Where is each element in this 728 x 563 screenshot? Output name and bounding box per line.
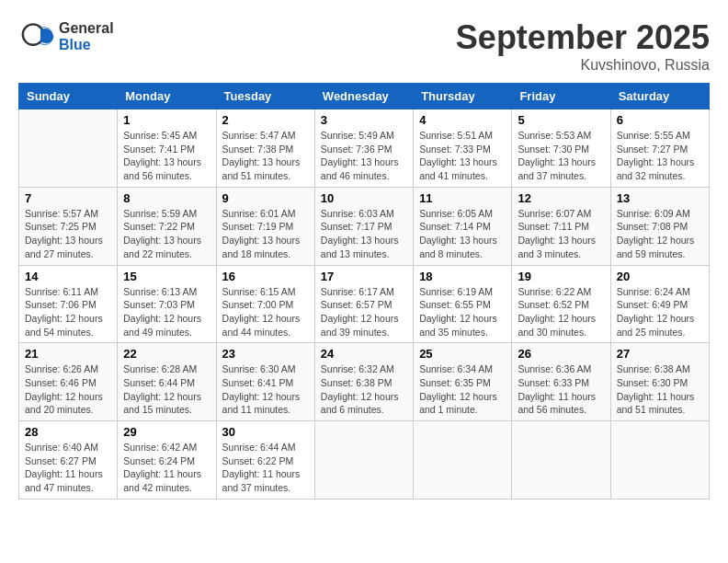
day-info: Sunrise: 5:57 AM Sunset: 7:25 PM Dayligh… bbox=[25, 207, 111, 261]
day-number: 15 bbox=[123, 270, 210, 283]
day-info: Sunrise: 6:24 AM Sunset: 6:49 PM Dayligh… bbox=[617, 285, 703, 339]
day-number: 22 bbox=[123, 347, 210, 361]
table-row: 2Sunrise: 5:47 AM Sunset: 7:38 PM Daylig… bbox=[216, 109, 314, 188]
table-row: 6Sunrise: 5:55 AM Sunset: 7:27 PM Daylig… bbox=[610, 109, 709, 188]
table-row bbox=[19, 109, 118, 188]
table-row: 28Sunrise: 6:40 AM Sunset: 6:27 PM Dayli… bbox=[19, 421, 118, 500]
calendar-week-row: 21Sunrise: 6:26 AM Sunset: 6:46 PM Dayli… bbox=[19, 343, 710, 421]
day-number: 4 bbox=[419, 113, 506, 127]
day-number: 27 bbox=[617, 347, 703, 361]
day-number: 12 bbox=[518, 191, 604, 205]
page-header: General Blue September 2025 Kuvshinovo, … bbox=[18, 18, 710, 74]
day-info: Sunrise: 5:45 AM Sunset: 7:41 PM Dayligh… bbox=[123, 129, 210, 183]
day-number: 29 bbox=[123, 425, 210, 439]
table-row: 15Sunrise: 6:13 AM Sunset: 7:03 PM Dayli… bbox=[118, 265, 216, 343]
day-info: Sunrise: 6:07 AM Sunset: 7:11 PM Dayligh… bbox=[518, 207, 604, 261]
table-row: 14Sunrise: 6:11 AM Sunset: 7:06 PM Dayli… bbox=[19, 265, 118, 343]
day-number: 5 bbox=[518, 113, 604, 127]
table-row: 3Sunrise: 5:49 AM Sunset: 7:36 PM Daylig… bbox=[314, 109, 413, 188]
day-info: Sunrise: 6:22 AM Sunset: 6:52 PM Dayligh… bbox=[518, 285, 604, 339]
day-number: 30 bbox=[222, 425, 309, 439]
day-info: Sunrise: 6:03 AM Sunset: 7:17 PM Dayligh… bbox=[321, 207, 407, 261]
table-row: 30Sunrise: 6:44 AM Sunset: 6:22 PM Dayli… bbox=[216, 421, 314, 500]
day-info: Sunrise: 6:34 AM Sunset: 6:35 PM Dayligh… bbox=[419, 362, 506, 417]
day-info: Sunrise: 6:28 AM Sunset: 6:44 PM Dayligh… bbox=[123, 362, 210, 417]
table-row bbox=[314, 421, 413, 500]
logo: General Blue bbox=[18, 18, 114, 55]
day-number: 28 bbox=[25, 425, 111, 439]
day-number: 26 bbox=[518, 347, 604, 361]
table-row bbox=[414, 421, 512, 500]
day-info: Sunrise: 6:05 AM Sunset: 7:14 PM Dayligh… bbox=[419, 207, 506, 261]
table-row: 10Sunrise: 6:03 AM Sunset: 7:17 PM Dayli… bbox=[314, 187, 413, 265]
day-number: 16 bbox=[222, 270, 309, 283]
day-info: Sunrise: 5:55 AM Sunset: 7:27 PM Dayligh… bbox=[617, 129, 703, 183]
day-number: 9 bbox=[222, 191, 309, 205]
day-number: 6 bbox=[617, 113, 703, 127]
day-info: Sunrise: 5:49 AM Sunset: 7:36 PM Dayligh… bbox=[321, 129, 407, 183]
table-row: 1Sunrise: 5:45 AM Sunset: 7:41 PM Daylig… bbox=[118, 109, 216, 188]
table-row: 19Sunrise: 6:22 AM Sunset: 6:52 PM Dayli… bbox=[512, 265, 610, 343]
table-row: 18Sunrise: 6:19 AM Sunset: 6:55 PM Dayli… bbox=[414, 265, 512, 343]
table-row: 7Sunrise: 5:57 AM Sunset: 7:25 PM Daylig… bbox=[19, 187, 118, 265]
table-row: 24Sunrise: 6:32 AM Sunset: 6:38 PM Dayli… bbox=[314, 343, 413, 421]
calendar-week-row: 1Sunrise: 5:45 AM Sunset: 7:41 PM Daylig… bbox=[19, 109, 710, 188]
day-number: 21 bbox=[25, 347, 111, 361]
table-row: 12Sunrise: 6:07 AM Sunset: 7:11 PM Dayli… bbox=[512, 187, 610, 265]
day-number: 14 bbox=[25, 270, 111, 283]
day-info: Sunrise: 6:42 AM Sunset: 6:24 PM Dayligh… bbox=[123, 441, 210, 495]
table-row: 21Sunrise: 6:26 AM Sunset: 6:46 PM Dayli… bbox=[19, 343, 118, 421]
table-row: 25Sunrise: 6:34 AM Sunset: 6:35 PM Dayli… bbox=[414, 343, 512, 421]
day-info: Sunrise: 5:59 AM Sunset: 7:22 PM Dayligh… bbox=[123, 207, 210, 261]
header-thursday: Thursday bbox=[414, 84, 512, 109]
table-row: 8Sunrise: 5:59 AM Sunset: 7:22 PM Daylig… bbox=[118, 187, 216, 265]
table-row: 16Sunrise: 6:15 AM Sunset: 7:00 PM Dayli… bbox=[216, 265, 314, 343]
day-info: Sunrise: 6:38 AM Sunset: 6:30 PM Dayligh… bbox=[617, 362, 703, 417]
day-info: Sunrise: 6:15 AM Sunset: 7:00 PM Dayligh… bbox=[222, 285, 309, 339]
day-info: Sunrise: 6:44 AM Sunset: 6:22 PM Dayligh… bbox=[222, 441, 309, 495]
day-number: 7 bbox=[25, 191, 111, 205]
day-info: Sunrise: 6:32 AM Sunset: 6:38 PM Dayligh… bbox=[321, 362, 407, 417]
day-number: 10 bbox=[321, 191, 407, 205]
day-info: Sunrise: 5:51 AM Sunset: 7:33 PM Dayligh… bbox=[419, 129, 506, 183]
day-number: 19 bbox=[518, 270, 604, 283]
logo-general: General bbox=[59, 20, 114, 37]
day-number: 20 bbox=[617, 270, 703, 283]
day-number: 13 bbox=[617, 191, 703, 205]
day-info: Sunrise: 6:13 AM Sunset: 7:03 PM Dayligh… bbox=[123, 285, 210, 339]
calendar-week-row: 14Sunrise: 6:11 AM Sunset: 7:06 PM Dayli… bbox=[19, 265, 710, 343]
header-monday: Monday bbox=[118, 84, 216, 109]
header-friday: Friday bbox=[512, 84, 610, 109]
table-row: 23Sunrise: 6:30 AM Sunset: 6:41 PM Dayli… bbox=[216, 343, 314, 421]
day-number: 3 bbox=[321, 113, 407, 127]
location: Kuvshinovo, Russia bbox=[456, 57, 710, 74]
table-row: 27Sunrise: 6:38 AM Sunset: 6:30 PM Dayli… bbox=[610, 343, 709, 421]
header-sunday: Sunday bbox=[19, 84, 118, 109]
header-saturday: Saturday bbox=[610, 84, 709, 109]
day-number: 8 bbox=[123, 191, 210, 205]
table-row: 13Sunrise: 6:09 AM Sunset: 7:08 PM Dayli… bbox=[610, 187, 709, 265]
calendar-week-row: 28Sunrise: 6:40 AM Sunset: 6:27 PM Dayli… bbox=[19, 421, 710, 500]
calendar-header-row: SundayMondayTuesdayWednesdayThursdayFrid… bbox=[19, 84, 710, 109]
day-info: Sunrise: 6:26 AM Sunset: 6:46 PM Dayligh… bbox=[25, 362, 111, 417]
day-info: Sunrise: 6:09 AM Sunset: 7:08 PM Dayligh… bbox=[617, 207, 703, 261]
day-info: Sunrise: 6:30 AM Sunset: 6:41 PM Dayligh… bbox=[222, 362, 309, 417]
table-row: 22Sunrise: 6:28 AM Sunset: 6:44 PM Dayli… bbox=[118, 343, 216, 421]
header-tuesday: Tuesday bbox=[216, 84, 314, 109]
title-area: September 2025 Kuvshinovo, Russia bbox=[456, 18, 710, 74]
table-row: 9Sunrise: 6:01 AM Sunset: 7:19 PM Daylig… bbox=[216, 187, 314, 265]
day-number: 11 bbox=[419, 191, 506, 205]
calendar-week-row: 7Sunrise: 5:57 AM Sunset: 7:25 PM Daylig… bbox=[19, 187, 710, 265]
table-row: 5Sunrise: 5:53 AM Sunset: 7:30 PM Daylig… bbox=[512, 109, 610, 188]
day-info: Sunrise: 5:53 AM Sunset: 7:30 PM Dayligh… bbox=[518, 129, 604, 183]
table-row: 20Sunrise: 6:24 AM Sunset: 6:49 PM Dayli… bbox=[610, 265, 709, 343]
day-number: 23 bbox=[222, 347, 309, 361]
month-title: September 2025 bbox=[456, 18, 710, 57]
table-row: 29Sunrise: 6:42 AM Sunset: 6:24 PM Dayli… bbox=[118, 421, 216, 500]
day-number: 1 bbox=[123, 113, 210, 127]
day-info: Sunrise: 6:17 AM Sunset: 6:57 PM Dayligh… bbox=[321, 285, 407, 339]
day-info: Sunrise: 5:47 AM Sunset: 7:38 PM Dayligh… bbox=[222, 129, 309, 183]
day-number: 24 bbox=[321, 347, 407, 361]
logo-blue: Blue bbox=[59, 37, 114, 53]
table-row: 4Sunrise: 5:51 AM Sunset: 7:33 PM Daylig… bbox=[414, 109, 512, 188]
